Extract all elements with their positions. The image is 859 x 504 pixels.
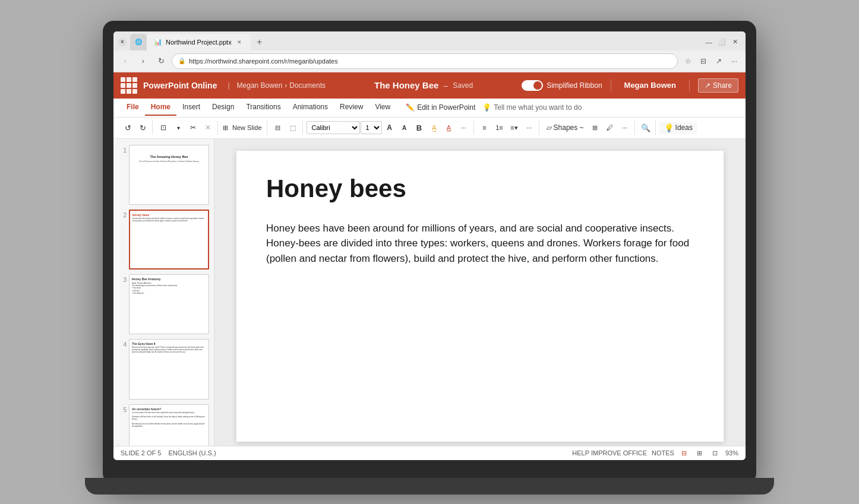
address-bar[interactable]: 🔒 https://northwind.sharepoint.com/r/meg…	[172, 53, 678, 69]
close-btn[interactable]: ✕	[729, 36, 741, 48]
browser-nav: ‹ › ↻ 🔒 https://northwind.sharepoint.com…	[113, 50, 746, 72]
font-size-up-btn[interactable]: A	[383, 121, 397, 135]
search-btn[interactable]: 🔍	[639, 121, 653, 135]
undo-redo-group: ↺ ↻	[118, 121, 153, 135]
new-slide-btn[interactable]: New Slide	[230, 123, 264, 132]
highlight-btn[interactable]: A̲	[427, 121, 441, 135]
slide-thumb-1[interactable]: The Amazing Honey Bee From Flowers and t…	[129, 145, 209, 205]
list-group: ≡ 1≡ ≡▾ ···	[475, 121, 539, 135]
tab-blank[interactable]: 🌐	[130, 34, 147, 50]
copy-dropdown-btn[interactable]: ▾	[171, 121, 185, 135]
forward-btn[interactable]: ›	[136, 54, 150, 68]
view-normal-btn[interactable]: ⊟	[679, 448, 690, 458]
font-size-down-btn[interactable]: A	[397, 121, 412, 135]
more-shapes-btn[interactable]: ···	[618, 121, 632, 135]
tab-transitions[interactable]: Transitions	[240, 99, 286, 116]
help-improve[interactable]: HELP IMPROVE OFFICE	[572, 449, 647, 457]
slide-canvas-area[interactable]: Honey bees Honey bees have been around f…	[214, 139, 746, 446]
share-browser-btn[interactable]: ↗	[712, 55, 725, 68]
edit-ppt-label: Edit in PowerPoint	[417, 103, 475, 112]
back-btn[interactable]: ‹	[118, 54, 132, 68]
new-slide-group: ⊞ New Slide	[219, 121, 267, 135]
tab-design[interactable]: Design	[206, 99, 240, 116]
slide-item-5[interactable]: 5 An uncertain future? In recent years, …	[113, 403, 214, 446]
ideas-btn[interactable]: 💡 Ideas	[659, 122, 697, 134]
status-right: HELP IMPROVE OFFICE NOTES ⊟ ⊞ ⊡ 93%	[572, 448, 738, 458]
slide-item-1[interactable]: 1 The Amazing Honey Bee From Flowers and…	[113, 144, 214, 206]
edit-in-ppt[interactable]: ✏️ Edit in PowerPoint	[406, 103, 475, 112]
slide-main-title: Honey bees	[266, 175, 694, 203]
slide-thumb-5[interactable]: An uncertain future? In recent years, th…	[129, 404, 209, 446]
share-label: Share	[713, 81, 732, 90]
simplified-ribbon-toggle[interactable]: Simplified Ribbon	[522, 80, 602, 91]
slide4-thumb-body: Did you know bees have two eyes? These c…	[132, 347, 206, 354]
more-font-btn[interactable]: ···	[457, 121, 471, 135]
arrange-btn[interactable]: ⬚	[286, 121, 300, 135]
waffle-menu[interactable]	[121, 77, 137, 94]
slide2-thumb-body: Honey bees have been around for millions…	[132, 218, 206, 223]
undo-btn[interactable]: ↺	[121, 121, 135, 135]
slide-number-3: 3	[118, 277, 127, 283]
minimize-btn[interactable]: —	[703, 36, 715, 48]
slide-thumb-3[interactable]: Honey Bee Anatomy Head, Thorax, AbdomenT…	[129, 274, 209, 334]
toggle-switch[interactable]	[522, 80, 543, 91]
font-selector[interactable]: Calibri Arial Times New Roman	[307, 121, 360, 134]
new-tab-btn[interactable]: +	[252, 35, 267, 49]
laptop-frame: ≡ 🌐 📊 Northwind Project.pptx ✕ + — ⬜ ✕	[103, 21, 756, 484]
browser-menu-btn[interactable]: ≡	[118, 38, 127, 46]
language: ENGLISH (U.S.)	[168, 449, 216, 457]
slide3-thumb-body: Head, Thorax, AbdomenThe head keeps in p…	[132, 282, 206, 294]
copy-btn[interactable]: ⊡	[156, 121, 170, 135]
tab-animations[interactable]: Animations	[287, 99, 334, 116]
font-color-btn[interactable]: A	[442, 121, 456, 135]
tab-view[interactable]: View	[369, 99, 396, 116]
tell-me-what[interactable]: 💡 Tell me what you want to do	[482, 103, 582, 112]
edit-ppt-icon: ✏️	[406, 103, 415, 112]
delete-btn[interactable]: ✕	[201, 121, 215, 135]
bookmark-btn[interactable]: ☆	[681, 55, 694, 68]
refresh-btn[interactable]: ↻	[154, 54, 168, 68]
maximize-btn[interactable]: ⬜	[716, 36, 728, 48]
slide2-thumb-title: Honey bees	[132, 213, 206, 217]
collections-btn[interactable]: ⊟	[697, 55, 710, 68]
shapes-btn[interactable]: ▱ Shapes ~	[543, 122, 588, 134]
tab-insert[interactable]: Insert	[176, 99, 206, 116]
tab-close-btn[interactable]: ✕	[235, 38, 244, 46]
slide-thumb-4[interactable]: The Eyes Have It Did you know bees have …	[129, 339, 209, 399]
font-size-selector[interactable]: 18 24 32	[361, 121, 382, 134]
shape-fill-btn[interactable]: 🖊	[603, 121, 617, 135]
more-list-btn[interactable]: ···	[522, 121, 536, 135]
view-slide-btn[interactable]: ⊞	[694, 448, 705, 458]
cut-btn[interactable]: ✂	[186, 121, 200, 135]
blank-tab-icon: 🌐	[135, 39, 142, 45]
slide-canvas[interactable]: Honey bees Honey bees have been around f…	[236, 151, 724, 442]
new-slide-icon-btn[interactable]: ⊞	[222, 121, 229, 135]
breadcrumb-sep: ›	[285, 81, 287, 90]
slide-item-2[interactable]: 2 Honey bees Honey bees have been around…	[113, 208, 214, 271]
arrange-shapes-btn[interactable]: ⊞	[588, 121, 602, 135]
status-bar: SLIDE 2 OF 5 ENGLISH (U.S.) HELP IMPROVE…	[113, 446, 746, 460]
view-reading-btn[interactable]: ⊡	[710, 448, 721, 458]
align-btn[interactable]: ≡▾	[507, 121, 522, 135]
bold-btn[interactable]: B	[412, 121, 427, 135]
slide-item-3[interactable]: 3 Honey Bee Anatomy Head, Thorax, Abdome…	[113, 273, 214, 335]
tab-review[interactable]: Review	[334, 99, 369, 116]
slide-item-4[interactable]: 4 The Eyes Have It Did you know bees hav…	[113, 338, 214, 400]
doc-saved-status: Saved	[453, 81, 473, 90]
notes-btn[interactable]: NOTES	[652, 449, 674, 457]
share-button[interactable]: ↗ Share	[698, 78, 738, 93]
slide-thumb-2[interactable]: Honey bees Honey bees have been around f…	[129, 210, 209, 270]
ideas-label: Ideas	[675, 123, 693, 132]
tab-file[interactable]: File	[121, 99, 145, 116]
numbered-list-btn[interactable]: 1≡	[492, 121, 507, 135]
layout-btn[interactable]: ⊟	[271, 121, 285, 135]
tab-ppt[interactable]: 📊 Northwind Project.pptx ✕	[147, 34, 251, 50]
doc-title: The Honey Bee	[374, 80, 438, 90]
bullet-list-btn[interactable]: ≡	[478, 121, 492, 135]
redo-btn[interactable]: ↻	[135, 121, 150, 135]
settings-btn[interactable]: ···	[728, 55, 741, 68]
breadcrumb-location[interactable]: Documents	[289, 81, 326, 90]
breadcrumb-user[interactable]: Megan Bowen	[237, 81, 283, 90]
tab-home[interactable]: Home	[145, 99, 176, 116]
user-name[interactable]: Megan Bowen	[620, 78, 681, 92]
